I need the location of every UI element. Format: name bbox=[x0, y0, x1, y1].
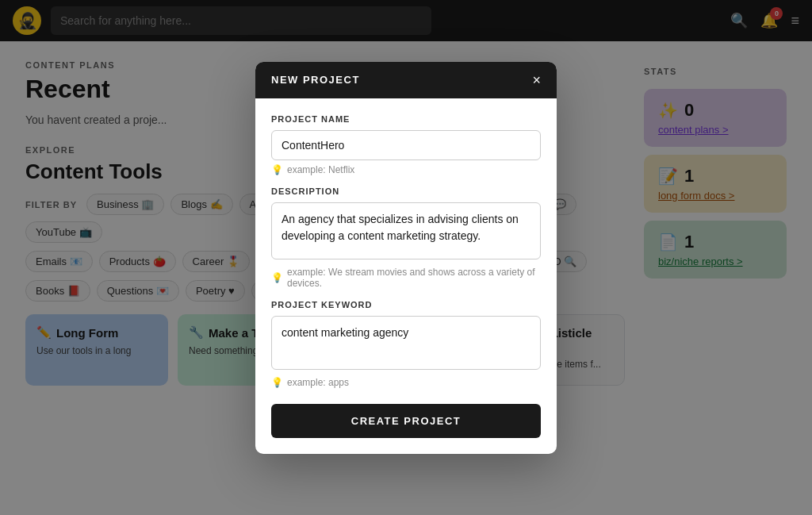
keyword-hint: 💡 example: apps bbox=[271, 377, 541, 388]
description-hint: 💡 example: We stream movies and shows ac… bbox=[271, 267, 541, 289]
hint-bulb-icon-1: 💡 bbox=[271, 164, 283, 175]
project-name-input[interactable] bbox=[271, 130, 541, 160]
keyword-label: PROJECT KEYWORD bbox=[271, 300, 541, 309]
project-name-hint: 💡 example: Netflix bbox=[271, 164, 541, 175]
create-project-button[interactable]: CREATE PROJECT bbox=[271, 404, 541, 438]
modal-overlay: NEW PROJECT × PROJECT NAME 💡 example: Ne… bbox=[0, 0, 812, 515]
modal-body: PROJECT NAME 💡 example: Netflix DESCRIPT… bbox=[255, 98, 557, 454]
keyword-input[interactable]: content marketing agency bbox=[271, 316, 541, 370]
project-name-label: PROJECT NAME bbox=[271, 114, 541, 124]
modal-header: NEW PROJECT × bbox=[255, 62, 557, 98]
modal-title: NEW PROJECT bbox=[271, 74, 360, 86]
description-input[interactable]: An agency that specializes in advising c… bbox=[271, 202, 541, 259]
description-label: DESCRIPTION bbox=[271, 186, 541, 196]
hint-bulb-icon-3: 💡 bbox=[271, 377, 283, 388]
new-project-modal: NEW PROJECT × PROJECT NAME 💡 example: Ne… bbox=[255, 62, 557, 454]
modal-close-button[interactable]: × bbox=[532, 73, 541, 87]
hint-bulb-icon-2: 💡 bbox=[271, 272, 283, 283]
